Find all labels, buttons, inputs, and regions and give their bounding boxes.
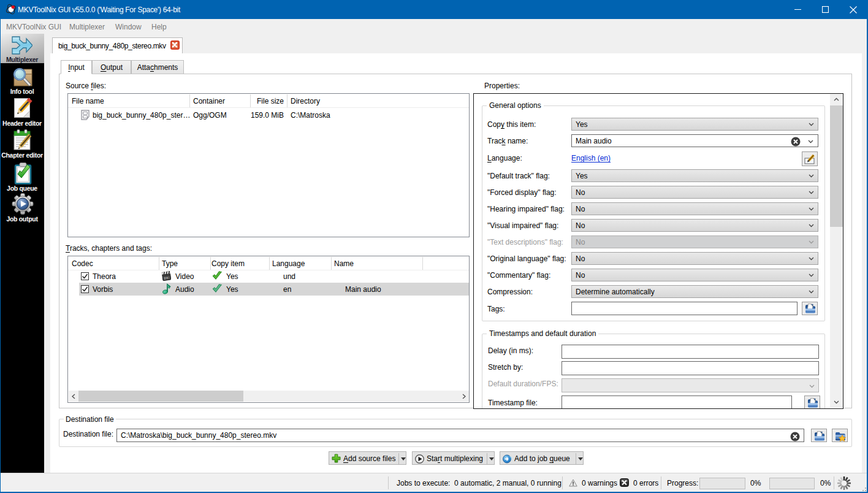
svg-text:2:4: 2:4 bbox=[164, 277, 168, 280]
